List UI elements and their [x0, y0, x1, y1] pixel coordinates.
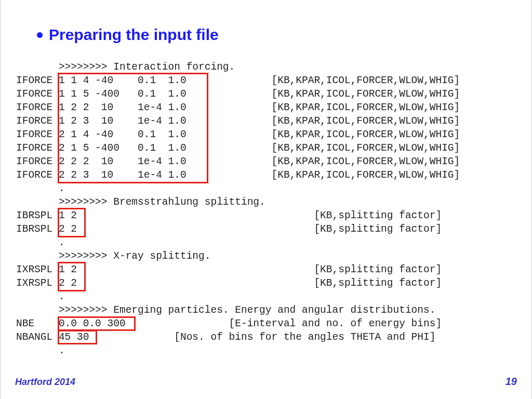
iforce-line: IFORCE 2 2 2 10 1e-4 1.0 [KB,KPAR,ICOL,F…	[16, 156, 460, 167]
dot-line: .	[16, 291, 65, 302]
section-header-brems: >>>>>>>> Bremsstrahlung splitting.	[16, 196, 265, 208]
nbe-line: NBE 0.0 0.0 300 [E-interval and no. of e…	[16, 318, 442, 329]
iforce-line: IFORCE 1 1 5 -400 0.1 1.0 [KB,KPAR,ICOL,…	[16, 88, 460, 100]
ixrspl-line: IXRSPL 2 2 [KB,splitting factor]	[16, 277, 442, 289]
nbangl-line: NBANGL 45 30 [Nos. of bins for the angle…	[16, 331, 435, 343]
ibrspl-line: IBRSPL 1 2 [KB,splitting factor]	[16, 210, 442, 221]
iforce-line: IFORCE 1 2 3 10 1e-4 1.0 [KB,KPAR,ICOL,F…	[16, 115, 460, 127]
iforce-line: IFORCE 2 2 3 10 1e-4 1.0 [KB,KPAR,ICOL,F…	[16, 169, 460, 181]
section-header-xray: >>>>>>>> X-ray splitting.	[16, 250, 210, 262]
bullet-icon	[37, 32, 43, 38]
iforce-line: IFORCE 2 1 4 -40 0.1 1.0 [KB,KPAR,ICOL,F…	[16, 129, 460, 140]
section-header-interaction: >>>>>>>> Interaction forcing.	[16, 61, 235, 73]
dot-line: .	[16, 345, 65, 356]
section-header-emerging: >>>>>>>> Emerging particles. Energy and …	[16, 304, 435, 316]
ibrspl-line: IBRSPL 2 2 [KB,splitting factor]	[16, 223, 442, 235]
footer-venue: Hartford 2014	[15, 377, 75, 388]
title-row: Preparing the input file	[37, 26, 219, 44]
iforce-line: IFORCE 2 1 5 -400 0.1 1.0 [KB,KPAR,ICOL,…	[16, 142, 460, 154]
footer-page-number: 19	[506, 376, 517, 388]
iforce-line: IFORCE 1 1 4 -40 0.1 1.0 [KB,KPAR,ICOL,F…	[16, 75, 460, 86]
ixrspl-line: IXRSPL 1 2 [KB,splitting factor]	[16, 264, 442, 275]
dot-line: .	[16, 237, 65, 248]
dot-line: .	[16, 183, 65, 194]
code-block: >>>>>>>> Interaction forcing. IFORCE 1 1…	[16, 60, 516, 357]
slide-title: Preparing the input file	[49, 26, 219, 44]
iforce-line: IFORCE 1 2 2 10 1e-4 1.0 [KB,KPAR,ICOL,F…	[16, 102, 460, 113]
slide: Preparing the input file >>>>>>>> Intera…	[0, 0, 532, 399]
